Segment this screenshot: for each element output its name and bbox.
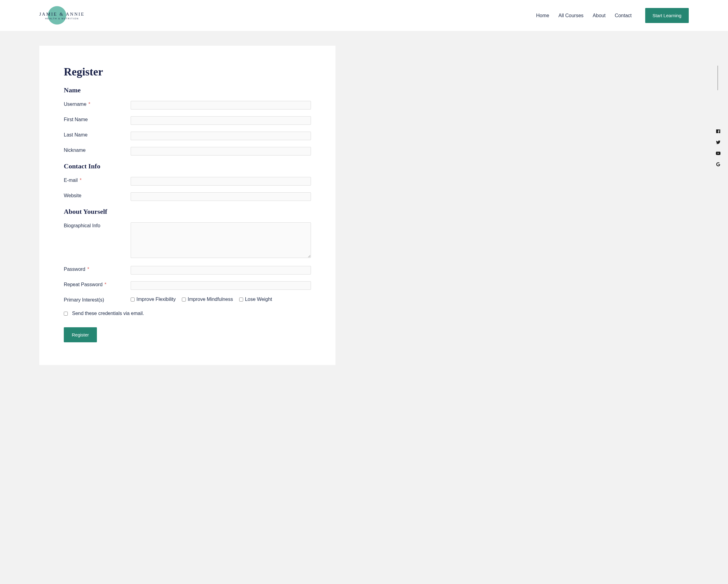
send-credentials-label: Send these credentials via email. [72, 311, 144, 316]
row-username: Username * [64, 101, 311, 109]
input-website[interactable] [131, 192, 311, 201]
start-learning-button[interactable]: Start Learning [645, 8, 689, 23]
row-repeat-password: Repeat Password * [64, 281, 311, 290]
interest-lose-weight[interactable]: Lose Weight [239, 297, 272, 302]
nav-about[interactable]: About [593, 13, 606, 18]
youtube-icon[interactable] [716, 151, 721, 156]
input-username[interactable] [131, 101, 311, 109]
input-password[interactable] [131, 266, 311, 275]
required-marker: * [105, 282, 106, 287]
facebook-icon[interactable] [716, 129, 721, 134]
row-primary-interest: Primary Interest(s) Improve Flexibility … [64, 297, 311, 303]
label-first-name: First Name [64, 116, 131, 122]
label-password: Password * [64, 266, 131, 272]
input-first-name[interactable] [131, 116, 311, 125]
social-rail [716, 129, 721, 167]
checkbox-lose-weight[interactable] [239, 298, 243, 302]
interest-mindfulness-label: Improve Mindfulness [188, 297, 233, 302]
interest-flexibility-label: Improve Flexibility [136, 297, 176, 302]
label-website: Website [64, 192, 131, 199]
page-wrap: Register Name Username * First Name Last… [0, 31, 728, 380]
label-email: E-mail * [64, 177, 131, 183]
label-password-text: Password [64, 266, 85, 272]
main-nav: Home All Courses About Contact Start Lea… [536, 8, 689, 23]
checkbox-mindfulness[interactable] [182, 298, 186, 302]
label-last-name: Last Name [64, 132, 131, 138]
label-repeat-password-text: Repeat Password [64, 282, 102, 287]
nav-all-courses[interactable]: All Courses [558, 13, 583, 18]
section-contact-title: Contact Info [64, 162, 311, 170]
register-button[interactable]: Register [64, 327, 97, 342]
input-email[interactable] [131, 177, 311, 185]
row-first-name: First Name [64, 116, 311, 125]
section-about-title: About Yourself [64, 208, 311, 215]
input-nickname[interactable] [131, 147, 311, 155]
label-username: Username * [64, 101, 131, 107]
label-nickname: Nickname [64, 147, 131, 153]
row-last-name: Last Name [64, 132, 311, 140]
social-separator-line [718, 66, 718, 90]
row-website: Website [64, 192, 311, 201]
site-header: JAMIE & ANNIE HEALTH & NUTRITION Home Al… [0, 0, 728, 31]
send-credentials-row[interactable]: Send these credentials via email. [64, 311, 311, 316]
input-repeat-password[interactable] [131, 281, 311, 290]
twitter-icon[interactable] [716, 140, 721, 145]
checkbox-flexibility[interactable] [131, 298, 135, 302]
interest-flexibility[interactable]: Improve Flexibility [131, 297, 176, 302]
register-card: Register Name Username * First Name Last… [39, 46, 336, 365]
interest-lose-weight-label: Lose Weight [245, 297, 272, 302]
nav-home[interactable]: Home [536, 13, 549, 18]
label-email-text: E-mail [64, 178, 78, 183]
label-repeat-password: Repeat Password * [64, 281, 131, 287]
logo-main-text: JAMIE & ANNIE [39, 12, 85, 17]
required-marker: * [87, 266, 89, 272]
checkbox-send-credentials[interactable] [64, 312, 68, 315]
page-title: Register [64, 65, 311, 78]
label-primary-interest: Primary Interest(s) [64, 297, 131, 303]
nav-contact[interactable]: Contact [615, 13, 632, 18]
row-nickname: Nickname [64, 147, 311, 155]
section-name-title: Name [64, 86, 311, 94]
row-bio: Biographical Info [64, 222, 311, 259]
input-last-name[interactable] [131, 132, 311, 140]
required-marker: * [80, 178, 82, 183]
row-email: E-mail * [64, 177, 311, 185]
required-marker: * [88, 102, 90, 107]
logo[interactable]: JAMIE & ANNIE HEALTH & NUTRITION [39, 5, 85, 26]
label-bio: Biographical Info [64, 222, 131, 229]
label-username-text: Username [64, 102, 86, 107]
interest-mindfulness[interactable]: Improve Mindfulness [182, 297, 233, 302]
row-password: Password * [64, 266, 311, 275]
logo-sub-text: HEALTH & NUTRITION [45, 18, 79, 20]
google-icon[interactable] [716, 162, 721, 167]
input-bio[interactable] [131, 222, 311, 258]
